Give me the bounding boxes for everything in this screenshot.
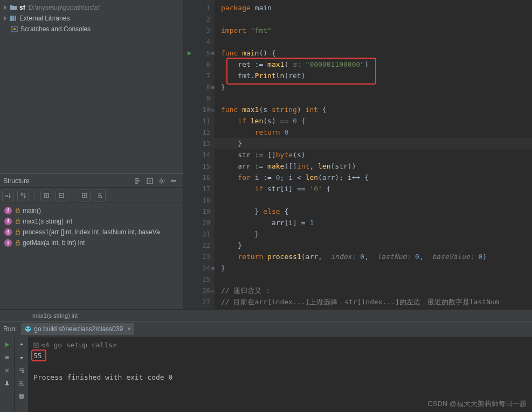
gutter-line[interactable]: 5⊟ bbox=[183, 47, 215, 59]
gutter-line[interactable]: 10⊟ bbox=[183, 104, 215, 115]
expand-all-button[interactable] bbox=[40, 190, 52, 201]
go-icon bbox=[24, 325, 32, 333]
gutter-line[interactable]: 15 bbox=[183, 160, 215, 172]
svg-rect-16 bbox=[16, 221, 19, 224]
code-line[interactable]: } bbox=[215, 81, 532, 93]
gutter-line[interactable]: 3 bbox=[183, 25, 215, 36]
code-content[interactable]: package mainimport "fmt"func main() { re… bbox=[215, 0, 532, 309]
gutter-line[interactable]: 14 bbox=[183, 149, 215, 160]
code-line[interactable]: } bbox=[215, 228, 532, 240]
gutter-line[interactable]: 9 bbox=[183, 93, 215, 104]
code-line[interactable]: package main bbox=[215, 2, 532, 13]
code-line[interactable]: for i := 0; i < len(arr); i++ { bbox=[215, 172, 532, 183]
code-line[interactable] bbox=[215, 36, 532, 47]
gutter-line[interactable]: 24⊟ bbox=[183, 262, 215, 274]
exit-button[interactable] bbox=[1, 365, 13, 376]
code-line[interactable]: } bbox=[215, 138, 532, 149]
collapse-icon[interactable] bbox=[144, 175, 156, 187]
gutter-line[interactable]: 11 bbox=[183, 115, 215, 127]
up-button[interactable] bbox=[16, 339, 27, 351]
gutter-line[interactable]: 6 bbox=[183, 59, 215, 70]
code-line[interactable]: ret := max1( s: "000001100000") bbox=[215, 59, 532, 70]
stop-button[interactable] bbox=[1, 352, 13, 364]
gutter-line[interactable]: 27 bbox=[183, 296, 215, 308]
gutter-line[interactable]: 20 bbox=[183, 217, 215, 228]
setup-calls-line[interactable]: <4 go setup calls> bbox=[33, 340, 527, 351]
gutter-line[interactable]: 23 bbox=[183, 251, 215, 262]
code-line[interactable] bbox=[215, 274, 532, 285]
external-libraries[interactable]: External Libraries bbox=[0, 13, 183, 24]
lock-icon bbox=[15, 240, 20, 246]
structure-item[interactable]: fmain() bbox=[0, 205, 183, 216]
svg-point-21 bbox=[29, 328, 30, 329]
gutter-line[interactable]: 2 bbox=[183, 13, 215, 25]
scratches[interactable]: Scratches and Consoles bbox=[0, 24, 183, 34]
code-line[interactable]: return process1(arr, index: 0, lastNum: … bbox=[215, 251, 532, 262]
code-line[interactable]: func main() { bbox=[215, 47, 532, 59]
close-icon[interactable]: × bbox=[127, 325, 131, 333]
structure-item[interactable]: fmax1(s string) int bbox=[0, 216, 183, 227]
code-line[interactable]: // 递归含义 : bbox=[215, 285, 532, 296]
code-line[interactable]: str := []byte(s) bbox=[215, 149, 532, 160]
soft-wrap-button[interactable] bbox=[16, 365, 27, 376]
svg-rect-22 bbox=[5, 356, 9, 359]
gutter-line[interactable]: 13 bbox=[183, 138, 215, 149]
gutter-line[interactable]: 12 bbox=[183, 127, 215, 138]
gutter-line[interactable]: 22 bbox=[183, 240, 215, 251]
gear-icon[interactable] bbox=[156, 175, 168, 187]
code-line[interactable]: // 目前在arr[index...]上做选择，str[index...]的左边… bbox=[215, 296, 532, 308]
rerun-button[interactable] bbox=[1, 339, 13, 351]
scroll-end-button[interactable] bbox=[16, 378, 27, 389]
code-line[interactable]: if str[i] == '0' { bbox=[215, 183, 532, 194]
gutter-line[interactable]: 19 bbox=[183, 206, 215, 217]
sort-alpha-button[interactable]: a bbox=[2, 190, 14, 201]
gutter[interactable]: 12345⊟678⊟910⊟11121314151617181920212223… bbox=[183, 0, 215, 309]
autoscroll-button[interactable] bbox=[79, 190, 91, 201]
gutter-line[interactable]: 7 bbox=[183, 70, 215, 81]
sort-visibility-button[interactable] bbox=[17, 190, 29, 201]
breadcrumb[interactable]: max1(s string) int bbox=[0, 309, 532, 320]
code-line[interactable]: func max1(s string) int { bbox=[215, 104, 532, 115]
gutter-line[interactable]: 21 bbox=[183, 228, 215, 240]
down-button[interactable] bbox=[16, 352, 27, 364]
run-toolbar-left bbox=[0, 337, 14, 412]
breadcrumb-item[interactable]: max1(s string) int bbox=[32, 312, 78, 319]
code-line[interactable]: } bbox=[215, 240, 532, 251]
code-line[interactable]: arr[i] = 1 bbox=[215, 217, 532, 228]
print-button[interactable] bbox=[16, 390, 27, 402]
pin-button[interactable] bbox=[1, 378, 13, 389]
expand-icon[interactable] bbox=[33, 343, 39, 348]
code-line[interactable] bbox=[215, 13, 532, 25]
gutter-line[interactable]: 16 bbox=[183, 172, 215, 183]
code-line[interactable]: } bbox=[215, 262, 532, 274]
code-line[interactable]: if len(s) == 0 { bbox=[215, 115, 532, 127]
autoscroll-from-button[interactable] bbox=[94, 190, 106, 201]
code-line[interactable] bbox=[215, 194, 532, 206]
code-line[interactable]: arr := make([]int, len(str)) bbox=[215, 160, 532, 172]
project-path: D:\mysetup\gopath\src\sf bbox=[29, 4, 100, 11]
lock-icon bbox=[15, 229, 20, 235]
run-gutter-icon[interactable] bbox=[186, 51, 192, 56]
run-tab[interactable]: go build sf/newclass2/class039 × bbox=[21, 323, 134, 335]
editor[interactable]: 12345⊟678⊟910⊟11121314151617181920212223… bbox=[183, 0, 532, 309]
code-line[interactable]: } else { bbox=[215, 206, 532, 217]
gutter-line[interactable]: 8⊟ bbox=[183, 81, 215, 93]
gutter-line[interactable]: 1 bbox=[183, 2, 215, 13]
console-output[interactable]: <4 go setup calls> 55 Process finished w… bbox=[28, 337, 532, 412]
hide-icon[interactable] bbox=[168, 175, 179, 187]
svg-point-14 bbox=[101, 196, 102, 198]
sort-icon[interactable] bbox=[132, 175, 144, 187]
code-line[interactable]: return 0 bbox=[215, 127, 532, 138]
structure-item[interactable]: fgetMax(a int, b int) int bbox=[0, 238, 183, 248]
gutter-line[interactable]: 17 bbox=[183, 183, 215, 194]
collapse-all-button[interactable] bbox=[56, 190, 67, 201]
gutter-line[interactable]: 4 bbox=[183, 36, 215, 47]
code-line[interactable] bbox=[215, 93, 532, 104]
code-line[interactable]: import "fmt" bbox=[215, 25, 532, 36]
code-line[interactable]: fmt.Println(ret) bbox=[215, 70, 532, 81]
gutter-line[interactable]: 26⊟ bbox=[183, 285, 215, 296]
project-root[interactable]: sf D:\mysetup\gopath\src\sf bbox=[0, 2, 183, 13]
gutter-line[interactable]: 25 bbox=[183, 274, 215, 285]
gutter-line[interactable]: 18 bbox=[183, 194, 215, 206]
structure-item[interactable]: fprocess1(arr []int, index int, lastNum … bbox=[0, 227, 183, 238]
